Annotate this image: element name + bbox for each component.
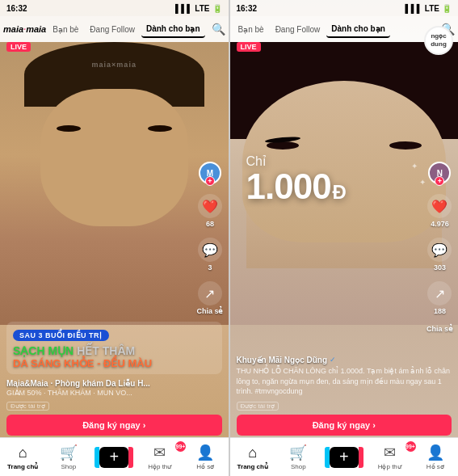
status-icons-right: ▌▌▌ LTE 🔋 (405, 4, 452, 13)
share-text-label-right: Chia sẻ (426, 325, 453, 333)
tab-friends-left[interactable]: Bạn bè (48, 22, 83, 37)
notif-badge-left: 99+ (175, 441, 186, 452)
heart-icon-left: ❤️ (198, 194, 222, 218)
verify-badge-right: ✓ (330, 356, 336, 364)
avatar-left[interactable]: M + (199, 162, 221, 184)
cta-button-left[interactable]: Đăng ký ngay › (6, 415, 222, 436)
promo-green-left: SẠCH MỤN (13, 344, 74, 357)
bottom-overlay-right: Khuyến Mãi Ngọc Dũng ✓ THU NHỎ LỖ CHÂN L… (230, 354, 459, 436)
share-action-right[interactable]: ↗ 188 (427, 281, 452, 315)
follow-plus-left: + (205, 176, 215, 186)
inbox-icon-right: ✉ (384, 444, 396, 461)
channel-name-left: Maia&Maia · Phòng khám Da Liễu H... (6, 379, 222, 388)
price-currency-right: Đ (333, 181, 347, 204)
promo-texts-left: SẠCH MỤN HẾT THÂM (13, 344, 216, 357)
channel-logo-text: ngọcdung (431, 32, 447, 48)
home-icon-right: ⌂ (248, 444, 257, 461)
notif-badge-right: 99+ (405, 441, 416, 452)
tab-friends-right[interactable]: Bạn bè (233, 22, 269, 37)
shop-icon-left: 🛒 (60, 444, 78, 461)
signal-icon-left: ▌▌▌ (175, 4, 192, 13)
comment-count-left: 3 (208, 263, 212, 272)
watermark-left: maia×maia (92, 61, 137, 69)
live-badge-right: LIVE (237, 42, 261, 52)
profile-label-left: Hồ sơ (196, 463, 214, 470)
nav-profile-left[interactable]: 👤 Hồ sơ (183, 444, 229, 470)
search-icon-left[interactable]: 🔍 (212, 23, 225, 36)
follow-plus-right: + (435, 176, 444, 186)
share-text-right[interactable]: Chia sẻ (426, 325, 453, 333)
nav-inbox-right[interactable]: ✉ Hộp thư 99+ (367, 444, 413, 470)
avatar-right[interactable]: N + (428, 162, 451, 184)
battery-icon-left: 🔋 (212, 4, 222, 13)
profile-icon-left: 👤 (196, 444, 214, 461)
bottom-overlay-left: SAU 3 BUỔI ĐIỀU TRỊ SẠCH MỤN HẾT THÂM DA… (0, 322, 229, 436)
comment-action-left[interactable]: 💬 3 (198, 238, 222, 272)
nav-profile-right[interactable]: 👤 Hồ sơ (413, 444, 459, 470)
logo-left: maia·maia (3, 24, 46, 34)
share-label-left: Chia sẻ (196, 307, 223, 315)
nav-tabs-left: maia·maia Bạn bè Đang Follow Dành cho bạ… (0, 16, 229, 42)
heart-icon-right: ❤️ (427, 194, 452, 218)
time-right: 16:32 (237, 4, 258, 13)
profile-icon-right: 👤 (426, 444, 444, 461)
like-count-right: 4.976 (431, 220, 449, 228)
channel-desc-left: GIẢM 50% · THĂM KHÁM · MUN VO... (6, 389, 222, 397)
comment-count-right: 303 (434, 263, 446, 272)
profile-label-right: Hồ sơ (426, 463, 444, 470)
tab-foryou-right[interactable]: Dành cho bạn (326, 21, 390, 38)
nav-create-right[interactable]: + (321, 447, 368, 468)
channel-logo-right[interactable]: ngọcdung (424, 26, 453, 55)
avatar-action-right[interactable]: N + (428, 162, 451, 184)
cta-button-right[interactable]: Đăng ký ngay › (237, 415, 452, 436)
chi-label-right: Chỉ (246, 154, 347, 169)
share-count-right: 188 (434, 307, 446, 315)
tab-following-right[interactable]: Đang Follow (271, 22, 326, 37)
battery-icon-right: 🔋 (442, 4, 452, 13)
home-label-left: Trang chủ (7, 463, 38, 470)
channel-name-right: Khuyến Mãi Ngọc Dũng (237, 356, 328, 364)
home-icon-left: ⌂ (19, 444, 27, 461)
bottom-nav-right: ⌂ Trang chủ 🛒 Shop + ✉ Hộp thư 99+ 👤 Hồ … (230, 437, 459, 476)
time-left: 16:32 (6, 4, 27, 13)
create-icon-right[interactable]: + (330, 447, 359, 468)
comment-action-right[interactable]: 💬 303 (427, 238, 452, 272)
promo-banner-left: SAU 3 BUỔI ĐIỀU TRỊ SẠCH MỤN HẾT THÂM DA… (6, 322, 222, 374)
left-phone: maia×maia 16:32 ▌▌▌ LTE 🔋 maia·maia Bạn … (0, 0, 229, 476)
promo-line3-left: DA SÁNG KHỎE - ĐỀU MÀU (13, 357, 216, 369)
nav-home-right[interactable]: ⌂ Trang chủ (230, 444, 276, 470)
inbox-label-left: Hộp thư (148, 463, 171, 470)
status-bar-left: 16:32 ▌▌▌ LTE 🔋 (0, 0, 229, 16)
promo-gray-left: HẾT THÂM (77, 344, 135, 357)
comment-icon-left: 💬 (198, 238, 222, 262)
share-action-left[interactable]: ↗ Chia sẻ (196, 281, 223, 315)
action-icons-left: M + ❤️ 68 💬 3 ↗ Chia sẻ (196, 162, 223, 315)
sponsored-right: Được tài trợ (237, 402, 279, 411)
inbox-label-right: Hộp thư (378, 463, 401, 470)
nav-shop-left[interactable]: 🛒 Shop (46, 444, 92, 470)
tab-foryou-left[interactable]: Dành cho bạn (141, 21, 205, 38)
inbox-icon-left: ✉ (153, 444, 166, 461)
shop-label-left: Shop (61, 463, 76, 470)
nav-create-left[interactable]: + (91, 447, 137, 468)
network-icon-right: LTE (425, 4, 439, 13)
like-action-left[interactable]: ❤️ 68 (198, 194, 222, 228)
right-phone: 16:32 ▌▌▌ LTE 🔋 Bạn bè Đang Follow Dành … (229, 0, 459, 476)
signal-icon-right: ▌▌▌ (405, 4, 422, 13)
price-display-right: Chỉ 1.000 Đ (246, 154, 347, 204)
like-action-right[interactable]: ❤️ 4.976 (427, 194, 452, 228)
shop-icon-right: 🛒 (289, 444, 307, 461)
avatar-action-left[interactable]: M + (199, 162, 221, 184)
sponsored-left: Được tài trợ (6, 402, 49, 411)
promo-badge-left: SAU 3 BUỔI ĐIỀU TRỊ (13, 330, 109, 341)
status-icons-left: ▌▌▌ LTE 🔋 (175, 4, 221, 13)
nav-inbox-left[interactable]: ✉ Hộp thư 99+ (137, 444, 183, 470)
nav-home-left[interactable]: ⌂ Trang chủ (0, 444, 46, 470)
like-count-left: 68 (206, 220, 214, 228)
live-badge-left: LIVE (6, 42, 31, 52)
action-icons-right: N + ❤️ 4.976 💬 303 ↗ 188 Chia sẻ (426, 162, 453, 333)
create-icon-left[interactable]: + (99, 447, 128, 468)
nav-shop-right[interactable]: 🛒 Shop (275, 444, 321, 470)
share-icon-left: ↗ (198, 281, 222, 305)
tab-following-left[interactable]: Đang Follow (85, 22, 140, 37)
